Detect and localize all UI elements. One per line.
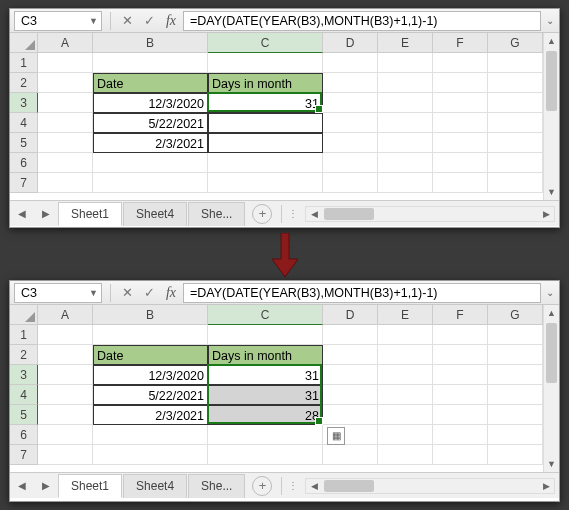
sheet-tab-2[interactable]: She... bbox=[188, 202, 245, 226]
cell-g2[interactable] bbox=[488, 345, 543, 365]
cell-d5[interactable] bbox=[323, 405, 378, 425]
cell-g7[interactable] bbox=[488, 173, 543, 193]
tab-nav-prev-icon[interactable]: ◀ bbox=[10, 208, 34, 219]
col-header-d[interactable]: D bbox=[323, 33, 378, 53]
cell-d3[interactable] bbox=[323, 93, 378, 113]
col-header-g[interactable]: G bbox=[488, 33, 543, 53]
cell-f1[interactable] bbox=[433, 325, 488, 345]
cell-e4[interactable] bbox=[378, 113, 433, 133]
cell-e5[interactable] bbox=[378, 133, 433, 153]
cell-a7[interactable] bbox=[38, 173, 93, 193]
cell-e7[interactable] bbox=[378, 445, 433, 465]
col-header-f[interactable]: F bbox=[433, 33, 488, 53]
expand-formula-icon[interactable]: ⌄ bbox=[545, 287, 559, 298]
select-all-corner[interactable] bbox=[10, 305, 38, 325]
cell-d4[interactable] bbox=[323, 113, 378, 133]
cell-d6[interactable] bbox=[323, 153, 378, 173]
scroll-down-icon[interactable]: ▼ bbox=[544, 184, 559, 200]
cell-e6[interactable] bbox=[378, 153, 433, 173]
horizontal-scrollbar[interactable]: ◀ ▶ bbox=[305, 478, 555, 494]
cell-c3[interactable]: 31 bbox=[208, 365, 323, 385]
cell-c5[interactable] bbox=[208, 133, 323, 153]
cell-f4[interactable] bbox=[433, 113, 488, 133]
row-header-5[interactable]: 5 bbox=[10, 133, 38, 153]
cell-f3[interactable] bbox=[433, 93, 488, 113]
cell-c1[interactable] bbox=[208, 325, 323, 345]
row-header-5[interactable]: 5 bbox=[10, 405, 38, 425]
vertical-scrollbar[interactable]: ▲ ▼ bbox=[543, 33, 559, 200]
row-header-3[interactable]: 3 bbox=[10, 93, 38, 113]
cell-b1[interactable] bbox=[93, 325, 208, 345]
cell-a2[interactable] bbox=[38, 345, 93, 365]
row-header-4[interactable]: 4 bbox=[10, 385, 38, 405]
cell-g5[interactable] bbox=[488, 133, 543, 153]
scroll-right-icon[interactable]: ▶ bbox=[538, 207, 554, 221]
cell-a5[interactable] bbox=[38, 133, 93, 153]
sheet-tab-2[interactable]: She... bbox=[188, 474, 245, 498]
row-header-2[interactable]: 2 bbox=[10, 73, 38, 93]
scroll-thumb[interactable] bbox=[546, 323, 557, 383]
cell-b2[interactable]: Date bbox=[93, 73, 208, 93]
cell-f3[interactable] bbox=[433, 365, 488, 385]
cell-c6[interactable] bbox=[208, 153, 323, 173]
scroll-right-icon[interactable]: ▶ bbox=[538, 479, 554, 493]
cell-e4[interactable] bbox=[378, 385, 433, 405]
cell-a1[interactable] bbox=[38, 53, 93, 73]
row-header-4[interactable]: 4 bbox=[10, 113, 38, 133]
col-header-c[interactable]: C bbox=[208, 305, 323, 325]
cell-d2[interactable] bbox=[323, 73, 378, 93]
cell-a4[interactable] bbox=[38, 113, 93, 133]
cell-e3[interactable] bbox=[378, 93, 433, 113]
cell-c4[interactable]: 31 bbox=[208, 385, 323, 405]
tab-nav-next-icon[interactable]: ▶ bbox=[34, 480, 58, 491]
cell-a3[interactable] bbox=[38, 93, 93, 113]
cell-c4[interactable] bbox=[208, 113, 323, 133]
cell-f5[interactable] bbox=[433, 133, 488, 153]
cell-f7[interactable] bbox=[433, 445, 488, 465]
cell-f1[interactable] bbox=[433, 53, 488, 73]
cell-d1[interactable] bbox=[323, 325, 378, 345]
tab-options-icon[interactable]: ⋮ bbox=[285, 480, 301, 491]
col-header-a[interactable]: A bbox=[38, 33, 93, 53]
sheet-tab-0[interactable]: Sheet1 bbox=[58, 474, 122, 498]
add-sheet-button[interactable]: + bbox=[252, 476, 272, 496]
fx-icon[interactable]: fx bbox=[161, 284, 181, 302]
cell-b7[interactable] bbox=[93, 445, 208, 465]
cell-f4[interactable] bbox=[433, 385, 488, 405]
cell-b4[interactable]: 5/22/2021 bbox=[93, 113, 208, 133]
cell-b6[interactable] bbox=[93, 425, 208, 445]
autofill-options-button[interactable]: ▦ bbox=[327, 427, 345, 445]
row-header-6[interactable]: 6 bbox=[10, 153, 38, 173]
cell-c2[interactable]: Days in month bbox=[208, 73, 323, 93]
scroll-thumb[interactable] bbox=[546, 51, 557, 111]
cell-f7[interactable] bbox=[433, 173, 488, 193]
cell-b2[interactable]: Date bbox=[93, 345, 208, 365]
cell-a7[interactable] bbox=[38, 445, 93, 465]
tab-options-icon[interactable]: ⋮ bbox=[285, 208, 301, 219]
row-header-1[interactable]: 1 bbox=[10, 325, 38, 345]
cell-c6[interactable] bbox=[208, 425, 323, 445]
hscroll-thumb[interactable] bbox=[324, 480, 374, 492]
scroll-left-icon[interactable]: ◀ bbox=[306, 479, 322, 493]
cell-g6[interactable] bbox=[488, 425, 543, 445]
tab-nav-next-icon[interactable]: ▶ bbox=[34, 208, 58, 219]
tab-nav-prev-icon[interactable]: ◀ bbox=[10, 480, 34, 491]
sheet-tab-1[interactable]: Sheet4 bbox=[123, 202, 187, 226]
add-sheet-button[interactable]: + bbox=[252, 204, 272, 224]
cell-g4[interactable] bbox=[488, 385, 543, 405]
cell-b4[interactable]: 5/22/2021 bbox=[93, 385, 208, 405]
col-header-e[interactable]: E bbox=[378, 305, 433, 325]
cancel-formula-icon[interactable]: ✕ bbox=[117, 12, 137, 30]
cell-c7[interactable] bbox=[208, 445, 323, 465]
col-header-c[interactable]: C bbox=[208, 33, 323, 53]
accept-formula-icon[interactable]: ✓ bbox=[139, 12, 159, 30]
cell-c7[interactable] bbox=[208, 173, 323, 193]
col-header-f[interactable]: F bbox=[433, 305, 488, 325]
row-header-7[interactable]: 7 bbox=[10, 173, 38, 193]
cell-d7[interactable] bbox=[323, 173, 378, 193]
row-header-1[interactable]: 1 bbox=[10, 53, 38, 73]
cell-b5[interactable]: 2/3/2021 bbox=[93, 133, 208, 153]
row-header-6[interactable]: 6 bbox=[10, 425, 38, 445]
row-header-3[interactable]: 3 bbox=[10, 365, 38, 385]
cell-d3[interactable] bbox=[323, 365, 378, 385]
